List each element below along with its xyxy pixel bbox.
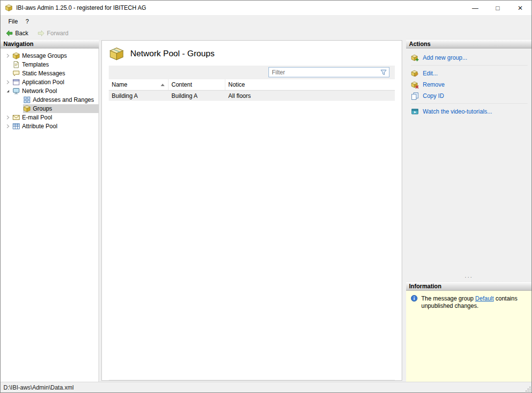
panel-splitter-handle[interactable]: ··· [406, 275, 532, 281]
static-messages-icon [12, 69, 20, 77]
column-label: Notice [228, 81, 245, 88]
info-text-before: The message group [421, 295, 474, 302]
toolbar: Back Forward [0, 27, 532, 39]
copy-id-action[interactable]: Copy ID [411, 90, 528, 101]
forward-button[interactable]: Forward [36, 28, 70, 39]
nav-item-label: Attribute Pool [22, 123, 57, 130]
information-header: Information [406, 281, 532, 291]
remove-group-icon [411, 81, 419, 89]
info-icon [411, 295, 418, 302]
nav-item-label: E-mail Pool [22, 114, 52, 121]
chevron-right-icon[interactable] [3, 52, 12, 60]
network-pool-groups-icon [109, 47, 124, 61]
add-group-icon [411, 54, 419, 62]
actions-header: Actions [406, 39, 532, 48]
page-title: Network Pool - Groups [130, 49, 215, 59]
action-label: Edit... [423, 70, 438, 77]
remove-action[interactable]: Remove [411, 79, 528, 90]
cell-name: Building A [109, 92, 169, 99]
menu-file[interactable]: File [4, 16, 22, 27]
video-tutorials-icon [411, 108, 419, 116]
status-bar: D:\IBI-aws\Admin\Data.xml [0, 382, 532, 393]
app-icon [5, 4, 13, 12]
application-pool-icon [12, 78, 20, 86]
addresses-and-ranges-icon [23, 96, 31, 104]
nav-item-email-pool[interactable]: E-mail Pool [0, 113, 98, 122]
app-window: IBI-aws Admin 1.25.0 - registered for IB… [0, 0, 532, 393]
column-label: Content [171, 81, 192, 88]
content-panel: Network Pool - Groups Name [101, 40, 402, 381]
column-header-name[interactable]: Name [109, 79, 169, 90]
main-area: Navigation Message Groups Templates Stat… [0, 39, 532, 382]
menu-bar: File ? [0, 16, 532, 27]
chevron-down-icon[interactable] [3, 87, 12, 95]
navigation-tree: Message Groups Templates Static Messages… [0, 48, 99, 382]
templates-icon [12, 61, 20, 69]
nav-item-label: Static Messages [22, 70, 65, 77]
column-label: Name [112, 81, 127, 88]
forward-arrow-icon [37, 29, 45, 37]
resize-grip-icon[interactable] [525, 386, 531, 392]
filter-strip [109, 66, 395, 79]
information-message: The message group Default contains unpub… [421, 295, 522, 310]
cell-content: Building A [169, 92, 225, 99]
watch-video-tutorials-action[interactable]: Watch the video-tutorials... [411, 106, 528, 117]
actions-separator [411, 65, 528, 66]
groups-icon [23, 105, 31, 113]
action-label: Add new group... [423, 54, 467, 61]
action-label: Copy ID [423, 92, 444, 99]
information-panel: The message group Default contains unpub… [406, 291, 532, 382]
actions-list: Add new group... Edit... Remove [406, 48, 532, 275]
default-message-group-link[interactable]: Default [475, 295, 494, 302]
back-arrow-icon [5, 29, 13, 37]
cell-notice: All floors [225, 92, 395, 99]
sort-ascending-icon [161, 84, 165, 86]
nav-item-label: Application Pool [22, 79, 64, 86]
chevron-right-icon[interactable] [3, 78, 12, 86]
nav-item-label: Message Groups [22, 52, 67, 59]
content-header: Network Pool - Groups [102, 41, 402, 66]
nav-item-application-pool[interactable]: Application Pool [0, 78, 98, 87]
action-label: Watch the video-tutorials... [423, 108, 492, 115]
back-label: Back [15, 30, 28, 37]
filter-funnel-icon[interactable] [380, 69, 387, 76]
navigation-header: Navigation [0, 39, 99, 48]
nav-item-addresses-and-ranges[interactable]: Addresses and Ranges [0, 95, 98, 104]
nav-item-static-messages[interactable]: Static Messages [0, 69, 98, 78]
nav-item-groups[interactable]: Groups [0, 104, 98, 113]
attribute-pool-icon [12, 122, 20, 130]
nav-item-label: Addresses and Ranges [33, 96, 94, 103]
minimize-button[interactable]: — [464, 0, 486, 16]
table-header-row: Name Content Notice [109, 79, 395, 91]
column-header-notice[interactable]: Notice [225, 79, 395, 90]
add-new-group-action[interactable]: Add new group... [411, 52, 528, 63]
column-header-content[interactable]: Content [169, 79, 225, 90]
groups-table: Name Content Notice Building A Building … [109, 79, 395, 380]
data-file-path: D:\IBI-aws\Admin\Data.xml [3, 384, 73, 391]
menu-help[interactable]: ? [22, 16, 33, 27]
filter-field [268, 67, 389, 77]
nav-item-attribute-pool[interactable]: Attribute Pool [0, 122, 98, 131]
nav-item-label: Templates [22, 61, 49, 68]
network-pool-icon [12, 87, 20, 95]
chevron-right-icon[interactable] [3, 114, 12, 121]
title-bar: IBI-aws Admin 1.25.0 - registered for IB… [0, 0, 532, 16]
table-row[interactable]: Building A Building A All floors [109, 91, 395, 101]
action-label: Remove [423, 81, 445, 88]
edit-group-icon [411, 69, 419, 77]
forward-label: Forward [47, 30, 69, 37]
nav-item-templates[interactable]: Templates [0, 60, 98, 69]
window-title: IBI-aws Admin 1.25.0 - registered for IB… [16, 4, 464, 11]
nav-item-network-pool[interactable]: Network Pool [0, 87, 98, 95]
nav-item-label: Groups [33, 105, 52, 112]
message-groups-icon [12, 52, 20, 60]
edit-action[interactable]: Edit... [411, 68, 528, 79]
nav-item-message-groups[interactable]: Message Groups [0, 51, 98, 60]
back-button[interactable]: Back [4, 28, 30, 39]
chevron-right-icon[interactable] [3, 122, 12, 130]
filter-input[interactable] [269, 69, 380, 76]
maximize-button[interactable]: □ [486, 0, 509, 16]
actions-separator [411, 103, 528, 104]
email-pool-icon [12, 114, 20, 121]
close-button[interactable]: ✕ [509, 0, 532, 16]
